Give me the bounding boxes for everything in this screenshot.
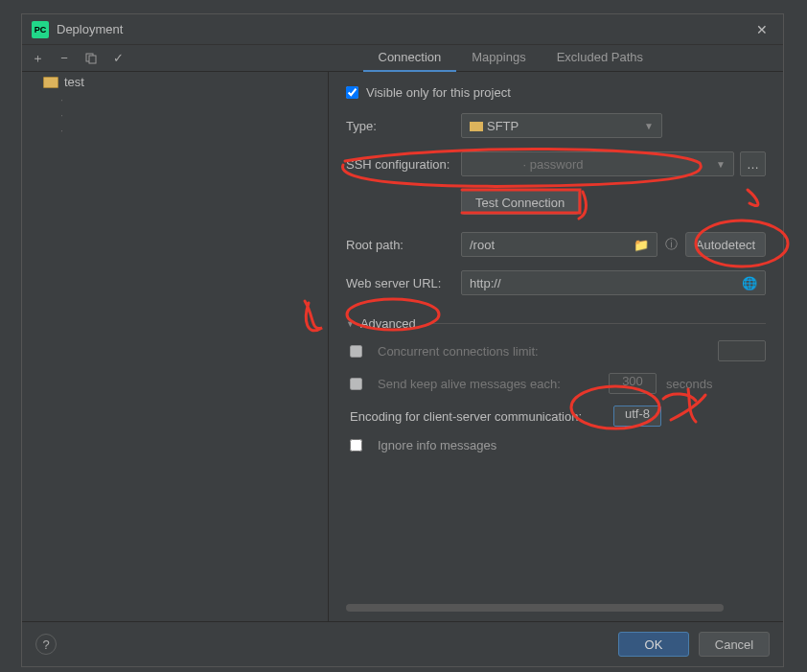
web-url-value: http://: [470, 276, 742, 290]
concurrent-input[interactable]: [718, 340, 766, 361]
remove-button[interactable]: −: [53, 47, 76, 70]
ssh-row: SSH configuration: xxxxxxxx · password ▼…: [346, 151, 766, 176]
apply-button[interactable]: ✓: [106, 47, 129, 70]
sidebar: test · · ·: [22, 72, 329, 621]
advanced-label: Advanced: [360, 316, 416, 331]
web-url-row: Web server URL: http:// 🌐: [346, 270, 766, 295]
ignore-info-checkbox[interactable]: [350, 439, 362, 452]
toolbar: ＋ − ✓ Connection Mappings Excluded Paths: [22, 45, 783, 72]
test-connection-button[interactable]: Test Connection: [461, 190, 579, 215]
cancel-button[interactable]: Cancel: [699, 632, 770, 657]
footer: ? OK Cancel: [22, 621, 783, 666]
root-path-row: Root path: /root 📁 ⓘ Autodetect: [346, 232, 766, 257]
window-title: Deployment: [57, 22, 750, 36]
copy-button[interactable]: [80, 47, 103, 70]
keepalive-input[interactable]: 300: [609, 373, 657, 394]
ssh-config-value: xxxxxxxx · password: [470, 157, 583, 172]
ignore-info-label: Ignore info messages: [378, 438, 496, 452]
help-icon[interactable]: ⓘ: [665, 236, 678, 253]
sftp-icon: [470, 122, 483, 131]
ssh-config-browse-button[interactable]: …: [740, 151, 766, 176]
keepalive-unit: seconds: [666, 377, 712, 391]
folder-icon[interactable]: 📁: [634, 238, 649, 252]
sidebar-item-label: test: [64, 75, 84, 89]
scrollbar-thumb[interactable]: [346, 604, 724, 612]
root-path-field[interactable]: /root 📁: [461, 232, 657, 257]
app-icon: PC: [32, 21, 49, 38]
type-row: Type: SFTP ▼: [346, 113, 766, 138]
keepalive-label: Send keep alive messages each:: [378, 377, 561, 391]
root-path-label: Root path:: [346, 238, 461, 252]
globe-icon: 🌐: [742, 276, 757, 290]
advanced-header[interactable]: ▼ Advanced: [346, 316, 766, 331]
visible-only-label: Visible only for this project: [366, 85, 511, 100]
web-url-label: Web server URL:: [346, 276, 461, 290]
web-url-field[interactable]: http:// 🌐: [461, 270, 766, 295]
type-dropdown[interactable]: SFTP ▼: [461, 113, 662, 138]
collapse-triangle-icon: ▼: [346, 319, 355, 329]
tab-excluded-paths[interactable]: Excluded Paths: [542, 44, 658, 72]
help-button[interactable]: ?: [35, 634, 57, 655]
test-connection-row: Test Connection: [346, 190, 766, 215]
tabs-bar: Connection Mappings Excluded Paths: [363, 45, 784, 72]
encoding-input[interactable]: utf-8: [613, 406, 661, 427]
ok-button[interactable]: OK: [618, 632, 689, 657]
tab-mappings[interactable]: Mappings: [456, 44, 541, 72]
horizontal-scrollbar[interactable]: [346, 604, 766, 614]
sidebar-subitem-3: ·: [22, 123, 328, 138]
sidebar-subitem-1: ·: [22, 92, 328, 107]
visible-only-checkbox[interactable]: [346, 86, 358, 99]
concurrent-row: Concurrent connections limit:: [346, 340, 766, 361]
root-path-value: /root: [470, 238, 634, 252]
concurrent-checkbox[interactable]: [350, 345, 362, 358]
sidebar-subitem-2: ·: [22, 107, 328, 123]
type-value: SFTP: [487, 119, 519, 133]
keepalive-row: Send keep alive messages each: 300 secon…: [346, 373, 766, 394]
autodetect-button[interactable]: Autodetect: [685, 232, 766, 257]
ssh-config-dropdown[interactable]: xxxxxxxx · password ▼: [461, 151, 734, 176]
sidebar-item-test[interactable]: test: [22, 72, 328, 92]
encoding-row: Encoding for client-server communication…: [346, 406, 766, 427]
tab-connection[interactable]: Connection: [363, 44, 457, 72]
ignore-info-row: Ignore info messages: [346, 438, 766, 452]
encoding-label: Encoding for client-server communication…: [350, 409, 613, 424]
chevron-down-icon: ▼: [644, 121, 654, 131]
ssh-label: SSH configuration:: [346, 157, 461, 172]
concurrent-label: Concurrent connections limit:: [378, 344, 539, 359]
visible-only-row: Visible only for this project: [346, 85, 766, 100]
svg-rect-1: [89, 56, 96, 63]
deployment-dialog: PC Deployment ✕ ＋ − ✓ Connection Mapping…: [21, 13, 784, 667]
add-button[interactable]: ＋: [26, 47, 49, 70]
titlebar: PC Deployment ✕: [22, 14, 783, 45]
server-icon: [43, 77, 58, 88]
chevron-down-icon: ▼: [716, 159, 726, 170]
divider: [429, 323, 766, 324]
keepalive-checkbox[interactable]: [350, 378, 362, 390]
content-row: test · · · Visible only for this project…: [22, 72, 783, 621]
copy-icon: [84, 52, 98, 65]
type-label: Type:: [346, 119, 461, 133]
close-button[interactable]: ✕: [750, 20, 773, 39]
main-panel: Visible only for this project Type: SFTP…: [329, 72, 783, 621]
